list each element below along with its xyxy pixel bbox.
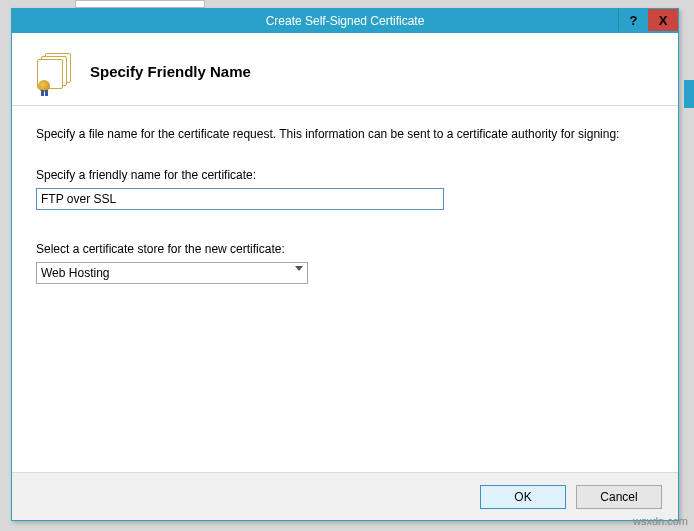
background-sliver bbox=[684, 80, 694, 108]
intro-text: Specify a file name for the certificate … bbox=[36, 126, 654, 142]
help-button[interactable]: ? bbox=[618, 9, 648, 31]
titlebar-buttons: ? X bbox=[618, 9, 678, 31]
dialog-window: Create Self-Signed Certificate ? X Speci… bbox=[11, 8, 679, 521]
ok-button[interactable]: OK bbox=[480, 485, 566, 509]
header-section: Specify Friendly Name bbox=[12, 33, 678, 105]
certificate-icon bbox=[36, 53, 76, 89]
window-title: Create Self-Signed Certificate bbox=[12, 14, 678, 28]
content-area: Specify a file name for the certificate … bbox=[12, 106, 678, 472]
watermark: wsxdn.com bbox=[633, 515, 688, 527]
friendly-name-label: Specify a friendly name for the certific… bbox=[36, 168, 654, 182]
cancel-button[interactable]: Cancel bbox=[576, 485, 662, 509]
cert-store-select[interactable]: Web Hosting bbox=[36, 262, 308, 284]
cert-store-value: Web Hosting bbox=[41, 266, 109, 280]
chevron-down-icon bbox=[295, 266, 303, 271]
button-row: OK Cancel bbox=[12, 472, 678, 520]
friendly-name-input[interactable] bbox=[36, 188, 444, 210]
cert-store-label: Select a certificate store for the new c… bbox=[36, 242, 654, 256]
page-title: Specify Friendly Name bbox=[90, 63, 251, 80]
background-fragment bbox=[75, 0, 205, 8]
titlebar: Create Self-Signed Certificate ? X bbox=[12, 9, 678, 33]
close-button[interactable]: X bbox=[648, 9, 678, 31]
